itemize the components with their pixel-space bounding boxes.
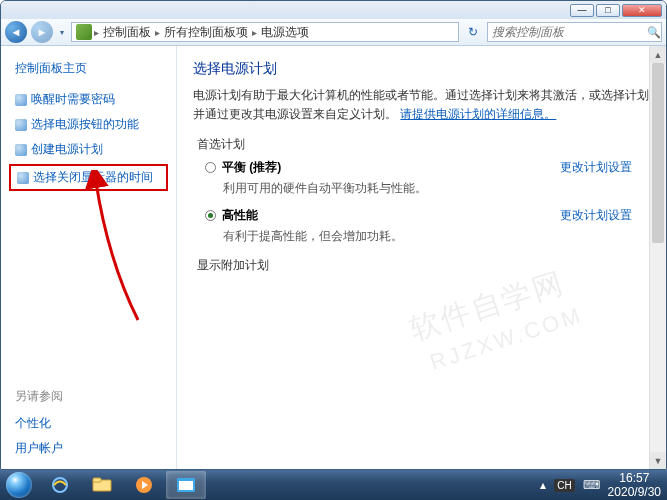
annotation-highlight-box: 选择关闭显示器的时间 bbox=[9, 164, 168, 191]
plan-description: 利用可用的硬件自动平衡功耗与性能。 bbox=[223, 180, 650, 197]
breadcrumb-item[interactable]: 电源选项 bbox=[259, 24, 311, 41]
nav-history-dropdown[interactable]: ▾ bbox=[57, 23, 67, 41]
taskbar-explorer-icon[interactable] bbox=[82, 471, 122, 499]
clock[interactable]: 16:57 2020/9/30 bbox=[608, 471, 661, 500]
preferred-plans-heading: 首选计划 bbox=[197, 136, 650, 153]
maximize-button[interactable]: □ bbox=[596, 4, 620, 17]
close-button[interactable]: ✕ bbox=[622, 4, 662, 17]
breadcrumb-item[interactable]: 控制面板 bbox=[101, 24, 153, 41]
minimize-button[interactable]: — bbox=[570, 4, 594, 17]
refresh-button[interactable]: ↻ bbox=[463, 22, 483, 42]
scroll-down-arrow-icon[interactable]: ▼ bbox=[650, 452, 666, 469]
sidebar-link-label: 选择电源按钮的功能 bbox=[31, 116, 139, 133]
sidebar-link-display-off[interactable]: 选择关闭显示器的时间 bbox=[17, 169, 160, 186]
change-plan-settings-link[interactable]: 更改计划设置 bbox=[560, 207, 632, 224]
taskbar-ie-icon[interactable] bbox=[40, 471, 80, 499]
sidebar-link-label: 唤醒时需要密码 bbox=[31, 91, 115, 108]
sidebar-link-user-accounts[interactable]: 用户帐户 bbox=[15, 440, 162, 457]
nav-bar: ◄ ► ▾ ▸ 控制面板 ▸ 所有控制面板项 ▸ 电源选项 ↻ 🔍 bbox=[1, 19, 666, 46]
search-input[interactable] bbox=[492, 25, 643, 39]
title-bar: — □ ✕ bbox=[1, 1, 666, 19]
sidebar-link-label: 选择关闭显示器的时间 bbox=[33, 169, 153, 186]
ime-indicator[interactable]: CH bbox=[554, 479, 574, 492]
back-button[interactable]: ◄ bbox=[5, 21, 27, 43]
breadcrumb-item[interactable]: 所有控制面板项 bbox=[162, 24, 250, 41]
sidebar-link-label: 创建电源计划 bbox=[31, 141, 103, 158]
watermark-url: RJZXW.COM bbox=[427, 302, 586, 376]
start-button[interactable] bbox=[0, 470, 38, 500]
scroll-thumb[interactable] bbox=[652, 63, 664, 243]
sidebar-link-password[interactable]: 唤醒时需要密码 bbox=[15, 91, 162, 108]
svg-rect-2 bbox=[93, 478, 101, 482]
sidebar-link-personalization[interactable]: 个性化 bbox=[15, 415, 162, 432]
plan-name: 高性能 bbox=[222, 207, 258, 224]
plan-description: 有利于提高性能，但会增加功耗。 bbox=[223, 228, 650, 245]
bullet-icon bbox=[15, 119, 27, 131]
clock-date: 2020/9/30 bbox=[608, 485, 661, 499]
radio-high-performance[interactable] bbox=[205, 210, 216, 221]
sidebar-link-create-plan[interactable]: 创建电源计划 bbox=[15, 141, 162, 158]
page-description: 电源计划有助于最大化计算机的性能或者节能。通过选择计划来将其激活，或选择计划并通… bbox=[193, 86, 650, 124]
search-icon: 🔍 bbox=[647, 26, 661, 39]
additional-plans-heading: 显示附加计划 bbox=[197, 257, 650, 274]
chevron-right-icon: ▸ bbox=[155, 27, 160, 38]
sidebar: 控制面板主页 唤醒时需要密码 选择电源按钮的功能 创建电源计划 选择关闭显示器的… bbox=[1, 46, 176, 469]
bullet-icon bbox=[17, 172, 29, 184]
taskbar-app-active[interactable] bbox=[166, 471, 206, 499]
forward-button[interactable]: ► bbox=[31, 21, 53, 43]
svg-rect-6 bbox=[179, 481, 193, 490]
main-content: 选择电源计划 电源计划有助于最大化计算机的性能或者节能。通过选择计划来将其激活，… bbox=[176, 46, 666, 469]
radio-balanced[interactable] bbox=[205, 162, 216, 173]
vertical-scrollbar[interactable]: ▲ ▼ bbox=[649, 46, 666, 469]
chevron-right-icon: ▸ bbox=[252, 27, 257, 38]
see-also-heading: 另请参阅 bbox=[15, 388, 162, 405]
search-box[interactable]: 🔍 bbox=[487, 22, 662, 42]
tray-show-hidden-icon[interactable]: ▴ bbox=[540, 478, 546, 492]
watermark-text: 软件自学网 bbox=[405, 262, 570, 350]
system-tray: ▴ CH ⌨ 16:57 2020/9/30 bbox=[540, 471, 661, 500]
clock-time: 16:57 bbox=[608, 471, 661, 485]
bullet-icon bbox=[15, 94, 27, 106]
scroll-up-arrow-icon[interactable]: ▲ bbox=[650, 46, 666, 63]
plan-row-high-performance: 高性能 更改计划设置 bbox=[205, 207, 650, 224]
more-info-link[interactable]: 请提供电源计划的详细信息。 bbox=[400, 107, 556, 121]
chevron-right-icon: ▸ bbox=[94, 27, 99, 38]
sidebar-link-power-button[interactable]: 选择电源按钮的功能 bbox=[15, 116, 162, 133]
page-title: 选择电源计划 bbox=[193, 60, 650, 78]
breadcrumb[interactable]: ▸ 控制面板 ▸ 所有控制面板项 ▸ 电源选项 bbox=[71, 22, 459, 42]
taskbar-wmp-icon[interactable] bbox=[124, 471, 164, 499]
plan-name: 平衡 (推荐) bbox=[222, 159, 281, 176]
windows-orb-icon bbox=[6, 472, 32, 498]
control-panel-icon bbox=[76, 24, 92, 40]
plan-row-balanced: 平衡 (推荐) 更改计划设置 bbox=[205, 159, 650, 176]
bullet-icon bbox=[15, 144, 27, 156]
taskbar: ▴ CH ⌨ 16:57 2020/9/30 bbox=[0, 470, 667, 500]
control-panel-home-link[interactable]: 控制面板主页 bbox=[15, 60, 162, 77]
keyboard-icon[interactable]: ⌨ bbox=[583, 478, 600, 492]
change-plan-settings-link[interactable]: 更改计划设置 bbox=[560, 159, 632, 176]
